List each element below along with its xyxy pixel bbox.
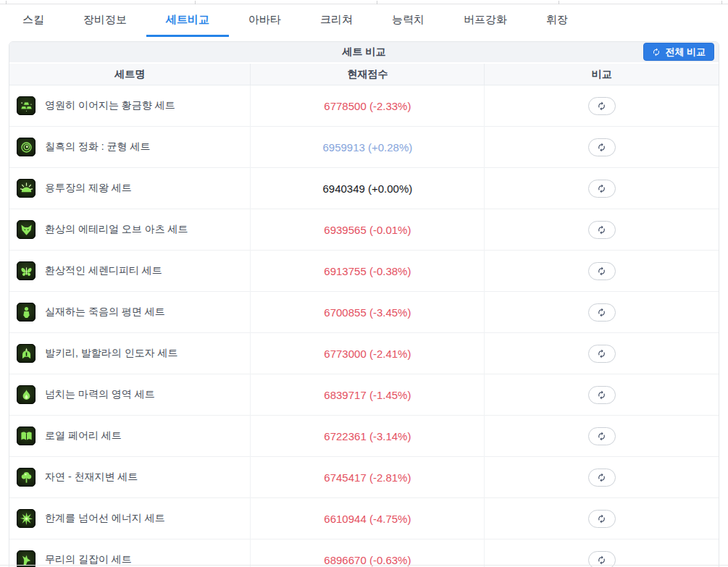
compare-button[interactable] [588,427,616,445]
panel-caption: 세트 비교 전체 비교 [9,42,719,64]
butterfly-icon [17,261,35,280]
table-row: 넘치는 마력의 영역 세트 6839717 (-1.45%) [9,374,719,416]
refresh-icon [597,101,606,111]
set-name-cell: 발키리, 발할라의 인도자 세트 [10,344,249,363]
set-name-label: 자연 - 천재지변 세트 [45,471,138,484]
refresh-icon [597,266,606,276]
tab-skill[interactable]: 스킬 [3,4,64,37]
refresh-icon [597,225,606,235]
compare-button[interactable] [588,138,616,156]
set-name-label: 넘치는 마력의 영역 세트 [45,388,155,401]
table-header-row: 세트명 현재점수 비교 [9,64,719,85]
flame-icon [17,385,35,404]
bottom-divider [0,565,728,566]
set-compare-table: 세트명 현재점수 비교 영원히 이어지는 황금향 세트 6778500 (-2.… [9,64,719,567]
tab-set-compare[interactable]: 세트비교 [146,4,229,37]
compare-all-label: 전체 비교 [665,46,706,59]
set-name-cell: 환상의 에테리얼 오브 아츠 세트 [10,220,249,239]
column-header-current-score: 현재점수 [251,64,485,85]
current-score: 6722361 (-3.14%) [251,416,485,457]
column-header-set-name: 세트명 [9,64,251,85]
column-header-compare: 비교 [485,64,719,85]
table-row: 환상적인 세렌디피티 세트 6913755 (-0.38%) [9,251,719,292]
current-score: 6610944 (-4.75%) [251,498,485,539]
helmet-icon [17,344,35,363]
refresh-icon [597,432,606,441]
set-name-cell: 용투장의 제왕 세트 [10,179,249,198]
tab-bar: 스킬 장비정보 세트비교 아바타 크리쳐 능력치 버프강화 휘장 [0,4,728,37]
top-divider-tick [195,1,196,4]
set-compare-panel: 세트 비교 전체 비교 세트명 현재점수 비교 영원히 이어지는 황금향 세트 … [9,41,719,567]
tab-buff[interactable]: 버프강화 [444,4,527,37]
set-name-cell: 영원히 이어지는 황금향 세트 [10,96,249,115]
set-name-label: 용투장의 제왕 세트 [45,182,132,195]
set-name-cell: 실재하는 죽음의 평면 세트 [10,303,249,322]
current-score: 6839717 (-1.45%) [251,374,485,416]
refresh-icon [597,555,606,565]
current-score: 6745417 (-2.81%) [251,457,485,498]
set-name-label: 환상적인 세렌디피티 세트 [45,264,162,277]
compare-button[interactable] [588,469,616,487]
set-name-label: 로열 페어리 세트 [45,429,122,442]
refresh-icon [597,349,606,358]
current-score: 6773000 (-2.41%) [251,333,485,374]
refresh-icon [597,473,606,482]
set-name-label: 한계를 넘어선 에너지 세트 [45,512,165,525]
tab-equipment[interactable]: 장비정보 [64,4,146,37]
table-row: 환상의 에테리얼 오브 아츠 세트 6939565 (-0.01%) [9,209,719,251]
tab-label: 장비정보 [83,13,127,27]
fox-head-icon [17,220,35,239]
set-name-cell: 한계를 넘어선 에너지 세트 [10,509,249,528]
current-score: 6896670 (-0.63%) [251,539,485,567]
compare-button[interactable] [588,303,616,322]
top-divider-tick [6,1,7,4]
compare-all-button[interactable]: 전체 비교 [643,43,714,61]
compare-button[interactable] [588,262,616,280]
tab-label: 스킬 [22,13,44,27]
page-title: 세트 비교 [343,46,386,59]
set-name-cell: 칠흑의 정화 : 균형 세트 [10,138,249,156]
set-name-label: 환상의 에테리얼 오브 아츠 세트 [45,223,188,236]
current-score: 6939565 (-0.01%) [251,209,485,251]
tab-label: 아바타 [248,13,281,27]
table-row: 자연 - 천재지변 세트 6745417 (-2.81%) [9,457,719,498]
compare-button[interactable] [588,180,616,198]
table-row: 용투장의 제왕 세트 6940349 (+0.00%) [9,168,719,209]
refresh-icon [652,48,661,56]
compare-button[interactable] [588,510,616,528]
compare-button[interactable] [588,386,616,404]
current-score: 6959913 (+0.28%) [251,127,485,168]
set-name-cell: 로열 페어리 세트 [10,427,249,445]
set-name-cell: 자연 - 천재지변 세트 [10,468,249,487]
set-name-label: 실재하는 죽음의 평면 세트 [45,306,165,319]
tab-label: 능력치 [392,13,424,27]
tab-label: 세트비교 [166,13,209,27]
rising-sun-icon [17,179,35,198]
tab-creature[interactable]: 크리쳐 [301,4,372,37]
tab-avatar[interactable]: 아바타 [229,4,301,37]
current-score: 6778500 (-2.33%) [251,85,485,127]
top-divider-tick [558,1,559,4]
top-divider-tick [721,1,722,4]
refresh-icon [597,143,606,152]
table-row: 영원히 이어지는 황금향 세트 6778500 (-2.33%) [9,85,719,127]
current-score: 6700855 (-3.45%) [251,292,485,333]
compare-button[interactable] [588,97,616,115]
current-score: 6913755 (-0.38%) [251,251,485,292]
table-row: 실재하는 죽음의 평면 세트 6700855 (-3.45%) [9,292,719,333]
top-divider [0,4,728,4]
compare-button[interactable] [588,221,616,239]
tab-label: 버프강화 [464,13,507,27]
refresh-icon [597,390,606,400]
tab-emblem[interactable]: 휘장 [527,4,587,37]
set-name-label: 칠흑의 정화 : 균형 세트 [45,140,150,154]
open-book-icon [17,427,35,445]
compare-button[interactable] [588,345,616,363]
set-name-label: 영원히 이어지는 황금향 세트 [45,99,175,112]
energy-burst-icon [17,509,35,528]
tab-label: 휘장 [546,13,568,27]
set-name-label: 발키리, 발할라의 인도자 세트 [45,347,178,360]
tab-stats[interactable]: 능력치 [372,4,444,37]
human-figure-icon [17,303,35,322]
tree-icon [17,468,35,487]
